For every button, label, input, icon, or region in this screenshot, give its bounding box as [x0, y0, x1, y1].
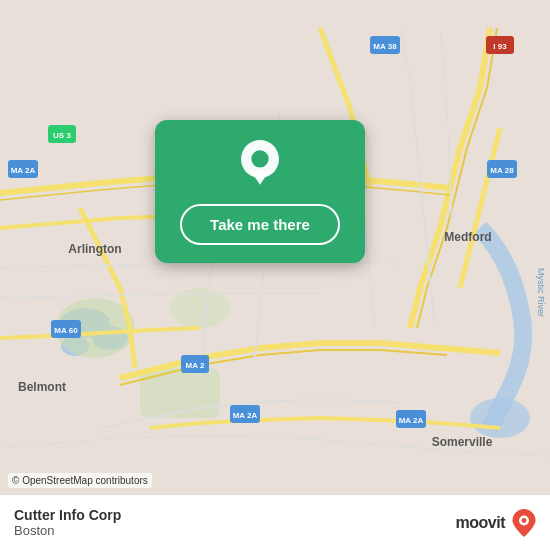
svg-text:MA 28: MA 28 [490, 166, 514, 175]
svg-text:MA 2A: MA 2A [11, 166, 36, 175]
bottom-bar: Cutter Info Corp Boston moovit [0, 494, 550, 550]
svg-point-4 [470, 398, 530, 438]
svg-text:MA 60: MA 60 [54, 326, 78, 335]
svg-text:Belmont: Belmont [18, 380, 66, 394]
svg-point-32 [251, 150, 268, 167]
svg-text:Mystic River: Mystic River [536, 268, 546, 317]
svg-text:MA 38: MA 38 [373, 42, 397, 51]
svg-text:I 93: I 93 [493, 42, 507, 51]
company-city: Boston [14, 523, 121, 538]
moovit-logo: moovit [456, 509, 538, 537]
svg-marker-33 [251, 171, 270, 185]
svg-rect-6 [140, 368, 220, 418]
moovit-text: moovit [456, 514, 505, 532]
svg-text:MA 2: MA 2 [186, 361, 205, 370]
location-pin-icon [235, 140, 285, 190]
svg-text:MA 2A: MA 2A [399, 416, 424, 425]
map-background: MA 38 I 93 US 3 MA 2A MA 28 MA 60 MA 2 M… [0, 0, 550, 550]
map-container: MA 38 I 93 US 3 MA 2A MA 28 MA 60 MA 2 M… [0, 0, 550, 550]
moovit-pin-icon [510, 509, 538, 537]
company-name: Cutter Info Corp [14, 507, 121, 523]
svg-text:Arlington: Arlington [68, 242, 121, 256]
take-me-there-button[interactable]: Take me there [180, 204, 340, 245]
location-card: Take me there [155, 120, 365, 263]
svg-text:Somerville: Somerville [432, 435, 493, 449]
company-info: Cutter Info Corp Boston [14, 507, 121, 538]
map-attribution: © OpenStreetMap contributors [8, 473, 152, 488]
svg-text:US 3: US 3 [53, 131, 71, 140]
svg-text:MA 2A: MA 2A [233, 411, 258, 420]
svg-point-35 [522, 518, 527, 523]
svg-text:Medford: Medford [444, 230, 491, 244]
